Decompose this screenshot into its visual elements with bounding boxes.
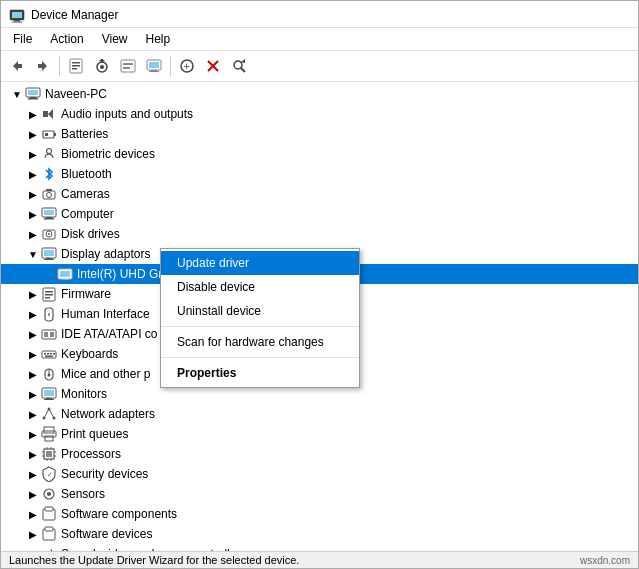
svg-rect-35 [45, 133, 48, 136]
menu-bar: File Action View Help [1, 28, 638, 51]
svg-rect-56 [45, 294, 53, 296]
svg-rect-75 [44, 399, 54, 400]
expand-bluetooth[interactable]: ▶ [25, 166, 41, 182]
expand-biometric[interactable]: ▶ [25, 146, 41, 162]
status-right: wsxdn.com [580, 555, 630, 566]
menu-file[interactable]: File [5, 30, 40, 48]
context-menu-update-driver[interactable]: Update driver [161, 251, 359, 275]
svg-rect-19 [151, 70, 157, 71]
tree-item-biometric[interactable]: ▶ Biometric devices [1, 144, 638, 164]
context-menu-properties[interactable]: Properties [161, 361, 359, 385]
expand-ide[interactable]: ▶ [25, 326, 41, 342]
properties-button[interactable] [64, 54, 88, 78]
expand-network[interactable]: ▶ [25, 406, 41, 422]
network-icon [41, 406, 57, 422]
tree-item-processors[interactable]: ▶ Processors [1, 444, 638, 464]
svg-rect-2 [14, 20, 20, 22]
svg-rect-85 [46, 451, 52, 457]
expand-disk[interactable]: ▶ [25, 226, 41, 242]
tree-item-computer[interactable]: ▶ Computer [1, 204, 638, 224]
tree-item-software-comp[interactable]: ▶ Software components [1, 504, 638, 524]
window-title: Device Manager [31, 8, 118, 22]
svg-rect-34 [54, 133, 56, 136]
expand-audio[interactable]: ▶ [25, 106, 41, 122]
svg-rect-50 [44, 259, 54, 260]
status-text: Launches the Update Driver Wizard for th… [9, 554, 299, 566]
svg-rect-68 [45, 356, 53, 358]
svg-rect-30 [28, 98, 38, 100]
context-menu-disable-device[interactable]: Disable device [161, 275, 359, 299]
svg-rect-5 [17, 64, 22, 68]
remove-button[interactable] [201, 54, 225, 78]
expand-monitors[interactable]: ▶ [25, 386, 41, 402]
svg-rect-100 [45, 527, 53, 531]
tree-item-sensors[interactable]: ▶ Sensors [1, 484, 638, 504]
update-driver-button[interactable] [90, 54, 114, 78]
svg-rect-81 [44, 427, 54, 433]
context-menu-sep-1 [161, 326, 359, 327]
svg-rect-67 [53, 353, 55, 355]
context-menu-scan[interactable]: Scan for hardware changes [161, 330, 359, 354]
mice-icon [41, 366, 57, 382]
forward-button[interactable] [31, 54, 55, 78]
expand-batteries[interactable]: ▶ [25, 126, 41, 142]
expand-cameras[interactable]: ▶ [25, 186, 41, 202]
title-icon [9, 7, 25, 23]
expand-processors[interactable]: ▶ [25, 446, 41, 462]
tree-item-network[interactable]: ▶ Network adapters [1, 404, 638, 424]
expand-keyboards[interactable]: ▶ [25, 346, 41, 362]
svg-rect-74 [46, 398, 52, 399]
svg-rect-62 [50, 332, 54, 337]
back-button[interactable] [5, 54, 29, 78]
svg-rect-3 [12, 22, 22, 23]
svg-rect-61 [44, 332, 48, 337]
expand-computer[interactable]: ▶ [25, 206, 41, 222]
tree-item-software-dev[interactable]: ▶ Software devices [1, 524, 638, 544]
tree-item-disk[interactable]: ▶ Disk drives [1, 224, 638, 244]
tree-item-batteries[interactable]: ▶ Batteries [1, 124, 638, 144]
add-device-button[interactable]: + [175, 54, 199, 78]
tree-item-cameras[interactable]: ▶ Cameras [1, 184, 638, 204]
svg-point-96 [47, 492, 51, 496]
computer-button[interactable] [142, 54, 166, 78]
menu-action[interactable]: Action [42, 30, 91, 48]
tree-item-bluetooth[interactable]: ▶ Bluetooth [1, 164, 638, 184]
monitors-label: Monitors [61, 387, 107, 401]
expand-software-dev[interactable]: ▶ [25, 526, 41, 542]
tree-item-security[interactable]: ▶ ✓ Security devices [1, 464, 638, 484]
expand-mice[interactable]: ▶ [25, 366, 41, 382]
tree-item-print[interactable]: ▶ Print queues [1, 424, 638, 444]
expand-sound[interactable]: ▶ [25, 546, 41, 551]
expand-display[interactable]: ▼ [25, 246, 41, 262]
cameras-icon [41, 186, 57, 202]
svg-rect-73 [44, 390, 54, 396]
svg-point-46 [48, 233, 50, 235]
svg-rect-18 [149, 62, 159, 68]
context-menu-sep-2 [161, 357, 359, 358]
tree-item-sound[interactable]: ▶ Sound, video and game controllers [1, 544, 638, 551]
disk-icon [41, 226, 57, 242]
expand-firmware[interactable]: ▶ [25, 286, 41, 302]
expand-hid[interactable]: ▶ [25, 306, 41, 322]
bluetooth-label: Bluetooth [61, 167, 112, 181]
svg-rect-29 [30, 97, 36, 98]
software-dev-label: Software devices [61, 527, 152, 541]
firmware-icon [41, 286, 57, 302]
svg-rect-66 [50, 353, 52, 355]
svg-point-25 [234, 61, 242, 69]
expand-security[interactable]: ▶ [25, 466, 41, 482]
menu-help[interactable]: Help [138, 30, 179, 48]
tree-item-naveen-pc[interactable]: ▼ Naveen-PC [1, 84, 638, 104]
sensors-label: Sensors [61, 487, 105, 501]
tree-item-audio[interactable]: ▶ Audio inputs and outputs [1, 104, 638, 124]
expand-sensors[interactable]: ▶ [25, 486, 41, 502]
computer-label: Computer [61, 207, 114, 221]
expand-naveen-pc[interactable]: ▼ [9, 86, 25, 102]
list-button[interactable] [116, 54, 140, 78]
expand-print[interactable]: ▶ [25, 426, 41, 442]
menu-view[interactable]: View [94, 30, 136, 48]
context-menu-uninstall-device[interactable]: Uninstall device [161, 299, 359, 323]
expand-software-comp[interactable]: ▶ [25, 506, 41, 522]
batteries-icon [41, 126, 57, 142]
scan-button[interactable] [227, 54, 251, 78]
